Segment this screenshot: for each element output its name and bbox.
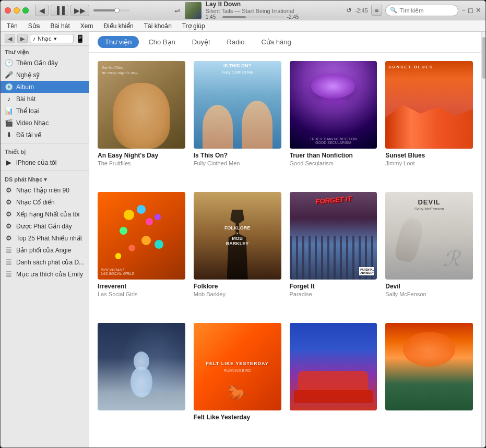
sidebar-item-top-rated[interactable]: ⚙ Xếp hạng Nhất của tôi [1, 208, 89, 220]
sidebar-item-label: Danh sách phát của D... [16, 259, 84, 266]
sidebar-item-songs[interactable]: ♪ Bài hát [1, 93, 89, 105]
sidebar-divider-2 [1, 171, 89, 171]
pause-button[interactable]: ▐▐ [51, 5, 68, 16]
menu-item-tài khoản[interactable]: Tài khoản [142, 22, 174, 30]
playlist-icon: ☰ [5, 246, 13, 254]
main-content: ◀ ▶ ♪ Nhạc ▾ 📱 Thư viện 🕐 Thêm Gần đây 🎤… [1, 32, 485, 447]
album-card[interactable]: FORGET IT PARENTALADVISORY Forget It Par… [290, 192, 377, 314]
volume-thumb [114, 8, 120, 13]
sidebar-item-iphone[interactable]: ▶ iPhone của tôi [1, 156, 89, 168]
minimize-button[interactable] [14, 7, 20, 14]
artist-icon: 🎤 [5, 71, 13, 79]
album-artist: The Fruitflies [98, 160, 185, 166]
album-card[interactable]: IRREVERANTLAS SOCIAL GIRLS Irreverent La… [98, 192, 185, 314]
album-card[interactable] [385, 323, 473, 439]
progress-bar[interactable] [222, 16, 285, 18]
playlist-icon: ☰ [5, 258, 13, 266]
close-button[interactable] [5, 7, 11, 14]
volume-slider[interactable] [93, 9, 130, 11]
album-name: Devil [385, 283, 473, 290]
back-button[interactable]: ◀ [35, 5, 49, 16]
sidebar-item-videos[interactable]: 🎬 Video Nhạc [1, 117, 89, 129]
album-card[interactable]: DEVIL Sally McFenson ℛ Devil Sally McFen… [385, 192, 473, 314]
search-icon: 🔍 [390, 7, 397, 14]
menu-item-xem[interactable]: Xem [78, 22, 96, 30]
playlist-icon: ☰ [5, 270, 13, 278]
menu-item-sửa[interactable]: Sửa [26, 22, 42, 30]
source-selector[interactable]: ♪ Nhạc ▾ [30, 34, 74, 43]
album-icon: 💿 [5, 83, 13, 91]
album-artist: Good Secularism [290, 160, 377, 166]
tab-radio[interactable]: Radio [220, 36, 252, 48]
menu-item-điều khiển[interactable]: Điều khiển [101, 22, 135, 30]
scrollbar[interactable] [481, 32, 485, 447]
sidebar-item-recently-played[interactable]: ⚙ Được Phát Gần đây [1, 220, 89, 232]
album-cover: FOLKLORE×MOBBARKLEY [194, 192, 281, 280]
video-icon: 🎬 [5, 119, 13, 127]
sidebar-item-emily[interactable]: ☰ Mục ưa thích của Emily [1, 268, 89, 280]
sidebar-item-top25[interactable]: ⚙ Top 25 Phát Nhiều nhất [1, 232, 89, 244]
sidebar-item-label: Nhạc Thập niên 90 [16, 187, 69, 194]
menu-item-trợ giúp[interactable]: Trợ giúp [180, 22, 207, 30]
phone-icon[interactable]: 📱 [76, 34, 85, 43]
library-section-label: Thư viện [1, 46, 89, 57]
sidebar-item-label: Bài hát [16, 95, 35, 103]
sidebar-item-recent[interactable]: 🕐 Thêm Gần đây [1, 57, 89, 69]
tab-for-you[interactable]: Cho Bạn [141, 36, 182, 48]
album-card[interactable] [290, 323, 377, 439]
win-minimize-button[interactable]: − [461, 6, 466, 14]
menu-item-bài hát[interactable]: Bài hát [48, 22, 72, 30]
sidebar-nav: ◀ ▶ ♪ Nhạc ▾ 📱 [1, 32, 89, 46]
sidebar-item-classic[interactable]: ⚙ Nhạc Cổ điển [1, 196, 89, 208]
sidebar-item-albums[interactable]: 💿 Album [1, 81, 89, 93]
track-artist: Silent Tails — Start Being Irrational [206, 8, 302, 14]
titlebar: ◀ ▐▐ ▶▶ ⇌ Lay It Down Silent Tails — Sta… [1, 1, 485, 20]
maximize-button[interactable] [22, 7, 29, 14]
sidebar-forward-button[interactable]: ▶ [17, 34, 28, 43]
album-card[interactable]: IS THIS ON?Fully Clothed Me Is This On? … [194, 61, 281, 184]
album-card[interactable]: FOLKLORE×MOBBARKLEY Folklore Mob Barkley [194, 192, 281, 314]
skip-button[interactable]: ▶▶ [70, 5, 89, 16]
album-name: Is This On? [194, 152, 281, 159]
sidebar-item-label: Đã tải về [16, 131, 41, 139]
album-card[interactable]: FELT LIKE YESTERDAY RUNNING BIRD 🐎 Felt … [194, 323, 281, 439]
search-input[interactable] [399, 7, 452, 14]
album-cover [98, 323, 185, 410]
menu-item-tên[interactable]: Tên [5, 22, 20, 30]
playlists-section-label[interactable]: DS phát Nhạc ▾ [1, 173, 89, 184]
album-card[interactable] [98, 323, 185, 439]
progress-container: 1:45 -2:45 [206, 14, 302, 20]
shuffle-button[interactable]: ⇌ [174, 6, 181, 15]
list-button[interactable]: ≡ [371, 5, 383, 16]
sidebar-item-artists[interactable]: 🎤 Nghệ sỹ [1, 69, 89, 81]
tab-library[interactable]: Thư viện [98, 36, 139, 48]
sidebar-back-button[interactable]: ◀ [5, 34, 15, 43]
album-artist: Fully Clothed Men [194, 160, 281, 166]
repeat-button[interactable]: ↺ [346, 6, 352, 14]
album-card[interactable]: TRUER THAN NONFICTIONGOOD SECULARISM Tru… [290, 61, 377, 184]
search-bar: 🔍 [385, 5, 458, 16]
album-artist: Las Social Girls [98, 291, 185, 297]
win-close-button[interactable]: ✕ [476, 6, 481, 14]
win-restore-button[interactable]: ◻ [468, 6, 473, 14]
sidebar-item-90s[interactable]: ⚙ Nhạc Thập niên 90 [1, 184, 89, 196]
sidebar-item-downloaded[interactable]: ⬇ Đã tải về [1, 129, 89, 141]
sidebar-item-label: Top 25 Phát Nhiều nhất [16, 235, 82, 242]
time-remaining-display: -2:45 [355, 7, 368, 14]
time-elapsed: 1:45 [206, 14, 220, 20]
progress-fill [222, 16, 246, 18]
sidebar-item-danh-sach[interactable]: ☰ Danh sách phát của D... [1, 256, 89, 268]
tab-browse[interactable]: Duyệt [185, 36, 218, 48]
traffic-lights [5, 7, 29, 14]
tab-store[interactable]: Cửa hàng [254, 36, 298, 48]
sidebar-item-angie[interactable]: ☰ Bản phối của Angie [1, 244, 89, 256]
sidebar-item-label: Xếp hạng Nhất của tôi [16, 211, 79, 218]
album-name: Irreverent [98, 283, 185, 290]
album-cover: FORGET IT PARENTALADVISORY [290, 192, 377, 280]
devices-section-label: Thiết bị [1, 146, 89, 156]
now-playing-area: ⇌ Lay It Down Silent Tails — Start Being… [134, 1, 342, 20]
sidebar-item-genres[interactable]: 📊 Thể loại [1, 105, 89, 117]
album-card[interactable]: SUNSET BLUES Sunset Blues Jimmy Loot [385, 61, 473, 184]
album-card[interactable]: the fruitfliesan easy night's day An Eas… [98, 61, 185, 184]
playlist-icon: ⚙ [5, 186, 13, 194]
